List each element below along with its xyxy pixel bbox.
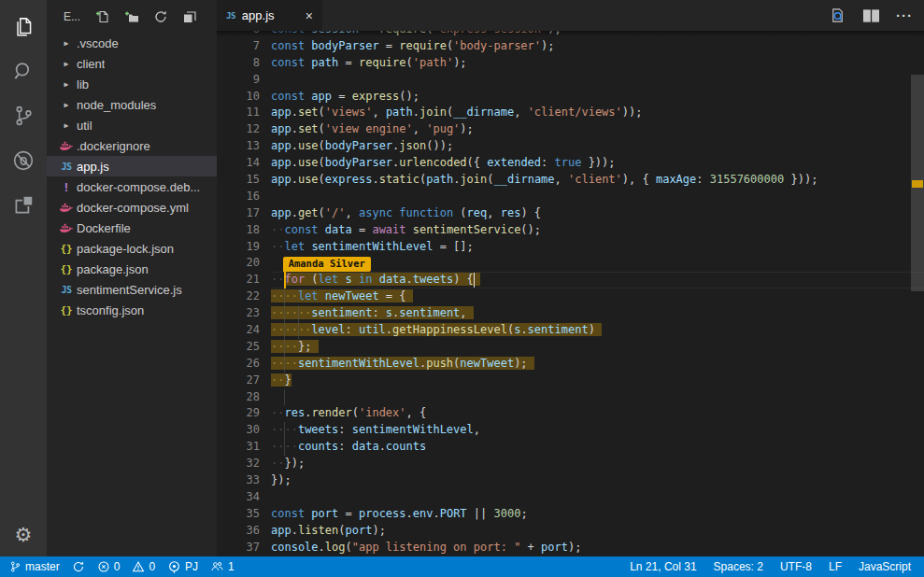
language-mode-status[interactable]: JavaScript	[859, 560, 911, 573]
code-line-7[interactable]: 7const bodyParser = require('body-parser…	[217, 38, 924, 55]
line-number: 28	[217, 389, 260, 406]
tree-item-util[interactable]: ▶util	[47, 115, 217, 135]
line-number: 8	[217, 55, 260, 72]
vertical-scrollbar[interactable]	[911, 31, 924, 556]
split-editor-icon[interactable]	[862, 8, 880, 23]
code-content: ··});	[271, 456, 924, 472]
code-line-33[interactable]: 33});	[217, 472, 924, 489]
code-content: const path = require('path');	[271, 55, 924, 72]
code-line-35[interactable]: 35const port = process.env.PORT || 3000;	[217, 506, 924, 523]
code-line-26[interactable]: 26····sentimentWithLevel.push(newTweet);	[217, 356, 924, 373]
tree-item-app.js[interactable]: JSapp.js	[47, 156, 217, 176]
refresh-button[interactable]	[153, 9, 168, 24]
live-share-status[interactable]: PJ	[167, 560, 198, 574]
settings-gear-button[interactable]: ⚙	[0, 512, 47, 556]
file-search-icon[interactable]	[829, 7, 846, 24]
tree-item-client[interactable]: ▶client	[47, 53, 217, 74]
new-folder-button[interactable]	[124, 9, 139, 24]
line-number: 16	[217, 189, 260, 205]
activity-explorer-button[interactable]	[0, 6, 47, 50]
encoding-status[interactable]: UTF-8	[780, 560, 812, 573]
tab-app-js[interactable]: JS app.js ×	[217, 0, 322, 31]
code-line-22[interactable]: 22····let newTweet = {	[217, 288, 924, 305]
code-content: ····tweets: sentimentWithLevel,	[271, 422, 924, 439]
tree-item-package.json[interactable]: {}package.json	[47, 259, 217, 279]
code-line-24[interactable]: 24······level: util.getHappinessLevel(s.…	[217, 322, 924, 339]
live-share-icon	[167, 560, 181, 574]
participant-count: 1	[228, 560, 235, 573]
code-content: const session = require('express-session…	[271, 31, 924, 38]
code-line-21[interactable]: 21Amanda Silver··for (let s in data.twee…	[217, 272, 924, 288]
more-actions-icon[interactable]: ···	[896, 7, 913, 23]
code-line-6[interactable]: 6const session = require('express-sessio…	[217, 31, 924, 38]
code-line-16[interactable]: 16	[217, 189, 924, 205]
folder-chevron-icon: ▶	[56, 60, 77, 68]
activity-search-button[interactable]	[0, 50, 47, 95]
collapse-all-button[interactable]	[182, 9, 197, 24]
tree-item-.vscode[interactable]: ▶.vscode	[47, 33, 217, 53]
sync-status[interactable]	[72, 560, 85, 573]
warnings-status[interactable]: 0	[132, 560, 155, 573]
code-lines: 6const session = require('express-sessio…	[217, 31, 924, 556]
tree-item-package-lock.json[interactable]: {}package-lock.json	[47, 238, 217, 259]
tree-item-sentimentService.js[interactable]: JSsentimentService.js	[47, 279, 217, 300]
code-line-23[interactable]: 23······sentiment: s.sentiment,	[217, 305, 924, 322]
code-content: const bodyParser = require('body-parser'…	[271, 38, 924, 55]
code-line-30[interactable]: 30····tweets: sentimentWithLevel,	[217, 422, 924, 439]
code-content: ······sentiment: s.sentiment,	[271, 305, 924, 322]
code-line-19[interactable]: 19··let sentimentWithLevel = [];	[217, 239, 924, 256]
files-icon	[11, 14, 36, 42]
line-number: 37	[217, 540, 260, 556]
code-content: app.listen(port);	[271, 523, 924, 540]
tree-item-node-modules[interactable]: ▶node_modules	[47, 94, 217, 115]
code-line-28[interactable]: 28	[217, 389, 924, 406]
eol-status[interactable]: LF	[829, 560, 842, 573]
code-line-31[interactable]: 31····counts: data.counts	[217, 439, 924, 456]
line-number: 24	[217, 322, 260, 339]
code-line-15[interactable]: 15app.use(express.static(path.join(__dir…	[217, 172, 924, 189]
code-line-13[interactable]: 13app.use(bodyParser.json());	[217, 138, 924, 155]
cursor-position-status[interactable]: Ln 21, Col 31	[630, 560, 696, 573]
code-editor[interactable]: 6const session = require('express-sessio…	[217, 31, 924, 556]
participants-status[interactable]: 1	[210, 560, 235, 573]
new-file-button[interactable]	[95, 9, 110, 24]
warning-count: 0	[149, 560, 155, 573]
code-line-29[interactable]: 29··res.render('index', {	[217, 405, 924, 422]
indentation-status[interactable]: Spaces: 2	[714, 560, 763, 573]
tree-item-docker-compose.deb...[interactable]: !docker-compose.deb...	[47, 176, 217, 197]
code-line-11[interactable]: 11app.set('views', path.join(__dirname, …	[217, 105, 924, 121]
code-line-8[interactable]: 8const path = require('path');	[217, 55, 924, 72]
code-line-37[interactable]: 37console.log("app listening on port: " …	[217, 540, 924, 556]
activity-source-control-button[interactable]	[0, 95, 47, 140]
code-line-25[interactable]: 25····};	[217, 339, 924, 356]
close-tab-icon[interactable]: ×	[306, 9, 313, 22]
line-number: 29	[217, 405, 260, 422]
explorer-header: E...	[47, 0, 217, 33]
tree-item-docker-compose.yml[interactable]: docker-compose.yml	[47, 197, 217, 218]
code-line-36[interactable]: 36app.listen(port);	[217, 523, 924, 540]
tree-item-label: app.js	[77, 160, 109, 174]
code-line-12[interactable]: 12app.set('view engine', 'pug');	[217, 121, 924, 138]
code-line-32[interactable]: 32··});	[217, 456, 924, 472]
local-caret	[474, 273, 476, 288]
explorer-title: E...	[64, 10, 80, 23]
code-line-27[interactable]: 27··}	[217, 373, 924, 389]
code-line-17[interactable]: 17app.get('/', async function (req, res)…	[217, 205, 924, 222]
participant-caret	[284, 272, 286, 288]
tree-item-.dockerignore[interactable]: .dockerignore	[47, 135, 217, 156]
code-line-18[interactable]: 18··const data = await sentimentService(…	[217, 222, 924, 239]
code-line-10[interactable]: 10const app = express();	[217, 89, 924, 106]
code-line-9[interactable]: 9	[217, 72, 924, 89]
activity-extensions-button[interactable]	[0, 185, 47, 230]
git-branch-status[interactable]: master	[9, 560, 60, 573]
errors-status[interactable]: 0	[97, 560, 121, 573]
tree-item-lib[interactable]: ▶lib	[47, 74, 217, 94]
tree-item-tsconfig.json[interactable]: {}tsconfig.json	[47, 300, 217, 320]
activity-debug-button[interactable]	[0, 140, 47, 185]
debug-disabled-icon	[11, 148, 36, 176]
tree-item-label: package.json	[77, 262, 149, 276]
code-line-34[interactable]: 34	[217, 489, 924, 506]
tree-item-Dockerfile[interactable]: Dockerfile	[47, 218, 217, 238]
status-bar-left: master 0 0 PJ	[9, 560, 235, 574]
code-line-14[interactable]: 14app.use(bodyParser.urlencoded({ extend…	[217, 155, 924, 172]
